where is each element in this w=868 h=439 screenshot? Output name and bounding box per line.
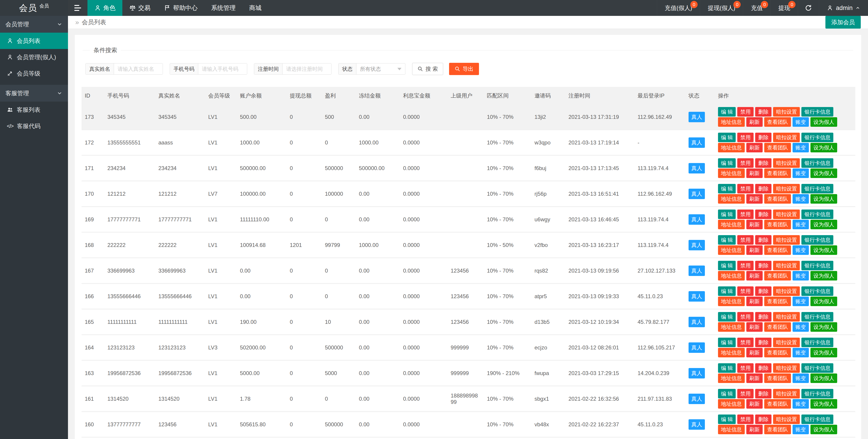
refresh-button[interactable] (798, 0, 819, 16)
action-disable-button[interactable]: 禁用 (737, 261, 753, 270)
action-delete-button[interactable]: 删除 (755, 184, 772, 194)
status-select[interactable]: 所有状态 (356, 63, 405, 75)
action-set-fake-button[interactable]: 设为假人 (810, 374, 837, 383)
action-view-team-button[interactable]: 查看团队 (764, 399, 791, 409)
withdraw-fake-link[interactable]: 提现(假人) 0 (700, 0, 743, 16)
regtime-input[interactable] (282, 63, 331, 75)
action-bank-card-button[interactable]: 银行卡信息 (801, 312, 833, 322)
action-delete-button[interactable]: 删除 (755, 286, 772, 296)
action-hidden-deduct-button[interactable]: 暗扣设置 (773, 158, 800, 168)
action-delete-button[interactable]: 删除 (755, 235, 772, 245)
action-bank-card-button[interactable]: 银行卡信息 (801, 184, 833, 194)
action-set-fake-button[interactable]: 设为假人 (810, 169, 837, 178)
action-set-fake-button[interactable]: 设为假人 (810, 297, 837, 306)
action-set-fake-button[interactable]: 设为假人 (810, 117, 837, 127)
action-balance-change-button[interactable]: 账变 (793, 143, 809, 152)
nav-tab-mall[interactable]: 商城 (242, 0, 268, 16)
action-set-fake-button[interactable]: 设为假人 (810, 220, 837, 229)
action-delete-button[interactable]: 删除 (755, 312, 772, 322)
action-balance-change-button[interactable]: 账变 (793, 117, 809, 127)
recharge-link[interactable]: 充值 0 (743, 0, 770, 16)
action-disable-button[interactable]: 禁用 (737, 363, 753, 373)
action-set-fake-button[interactable]: 设为假人 (810, 399, 837, 409)
action-address-button[interactable]: 地址信息 (718, 117, 745, 127)
action-set-fake-button[interactable]: 设为假人 (810, 271, 837, 281)
action-edit-button[interactable]: 编 辑 (718, 338, 736, 347)
withdraw-link[interactable]: 提现 0 (770, 0, 798, 16)
export-button[interactable]: 导出 (449, 63, 479, 75)
action-hidden-deduct-button[interactable]: 暗扣设置 (773, 414, 800, 424)
action-view-team-button[interactable]: 查看团队 (764, 425, 791, 434)
action-view-team-button[interactable]: 查看团队 (764, 245, 791, 255)
action-balance-change-button[interactable]: 账变 (793, 194, 809, 204)
action-disable-button[interactable]: 禁用 (737, 414, 753, 424)
nav-tab-role[interactable]: 角色 (88, 0, 122, 16)
action-refresh-button[interactable]: 刷新 (746, 271, 763, 281)
action-disable-button[interactable]: 禁用 (737, 184, 753, 194)
action-delete-button[interactable]: 删除 (755, 414, 772, 424)
action-bank-card-button[interactable]: 银行卡信息 (801, 158, 833, 168)
nav-tab-trade[interactable]: 交易 (122, 0, 157, 16)
action-hidden-deduct-button[interactable]: 暗扣设置 (773, 235, 800, 245)
action-delete-button[interactable]: 删除 (755, 107, 772, 117)
action-disable-button[interactable]: 禁用 (737, 286, 753, 296)
action-address-button[interactable]: 地址信息 (718, 348, 745, 357)
action-view-team-button[interactable]: 查看团队 (764, 194, 791, 204)
action-address-button[interactable]: 地址信息 (718, 297, 745, 306)
action-edit-button[interactable]: 编 辑 (718, 312, 736, 322)
action-bank-card-button[interactable]: 银行卡信息 (801, 363, 833, 373)
real-name-input[interactable] (114, 63, 163, 75)
action-refresh-button[interactable]: 刷新 (746, 348, 763, 357)
action-address-button[interactable]: 地址信息 (718, 143, 745, 152)
action-bank-card-button[interactable]: 银行卡信息 (801, 389, 833, 399)
action-view-team-button[interactable]: 查看团队 (764, 374, 791, 383)
action-disable-button[interactable]: 禁用 (737, 209, 753, 219)
action-delete-button[interactable]: 删除 (755, 363, 772, 373)
sidebar-item-member-level[interactable]: 会员等级 (0, 65, 68, 82)
recharge-fake-link[interactable]: 充值(假人) 0 (657, 0, 700, 16)
action-bank-card-button[interactable]: 银行卡信息 (801, 133, 833, 142)
action-hidden-deduct-button[interactable]: 暗扣设置 (773, 338, 800, 347)
action-disable-button[interactable]: 禁用 (737, 107, 753, 117)
sidebar-item-member-manage-fake[interactable]: 会员管理(假人) (0, 49, 68, 65)
action-hidden-deduct-button[interactable]: 暗扣设置 (773, 209, 800, 219)
action-set-fake-button[interactable]: 设为假人 (810, 143, 837, 152)
action-edit-button[interactable]: 编 辑 (718, 107, 736, 117)
action-hidden-deduct-button[interactable]: 暗扣设置 (773, 286, 800, 296)
action-address-button[interactable]: 地址信息 (718, 220, 745, 229)
action-edit-button[interactable]: 编 辑 (718, 133, 736, 142)
search-button[interactable]: 搜 索 (412, 63, 443, 75)
action-address-button[interactable]: 地址信息 (718, 374, 745, 383)
action-refresh-button[interactable]: 刷新 (746, 425, 763, 434)
sidebar-item-service-list[interactable]: 客服列表 (0, 101, 68, 118)
action-view-team-button[interactable]: 查看团队 (764, 220, 791, 229)
action-view-team-button[interactable]: 查看团队 (764, 143, 791, 152)
nav-tab-system[interactable]: 系统管理 (205, 0, 242, 16)
action-disable-button[interactable]: 禁用 (737, 158, 753, 168)
action-disable-button[interactable]: 禁用 (737, 235, 753, 245)
action-hidden-deduct-button[interactable]: 暗扣设置 (773, 133, 800, 142)
action-bank-card-button[interactable]: 银行卡信息 (801, 107, 833, 117)
action-refresh-button[interactable]: 刷新 (746, 143, 763, 152)
action-set-fake-button[interactable]: 设为假人 (810, 322, 837, 332)
action-set-fake-button[interactable]: 设为假人 (810, 194, 837, 204)
action-view-team-button[interactable]: 查看团队 (764, 348, 791, 357)
action-delete-button[interactable]: 删除 (755, 158, 772, 168)
action-refresh-button[interactable]: 刷新 (746, 117, 763, 127)
action-bank-card-button[interactable]: 银行卡信息 (801, 338, 833, 347)
action-address-button[interactable]: 地址信息 (718, 322, 745, 332)
action-edit-button[interactable]: 编 辑 (718, 414, 736, 424)
action-view-team-button[interactable]: 查看团队 (764, 322, 791, 332)
action-hidden-deduct-button[interactable]: 暗扣设置 (773, 184, 800, 194)
sidebar-item-service-code[interactable]: </> 客服代码 (0, 118, 68, 134)
action-balance-change-button[interactable]: 账变 (793, 348, 809, 357)
action-edit-button[interactable]: 编 辑 (718, 158, 736, 168)
action-balance-change-button[interactable]: 账变 (793, 220, 809, 229)
action-hidden-deduct-button[interactable]: 暗扣设置 (773, 389, 800, 399)
action-delete-button[interactable]: 删除 (755, 261, 772, 270)
action-set-fake-button[interactable]: 设为假人 (810, 245, 837, 255)
action-set-fake-button[interactable]: 设为假人 (810, 348, 837, 357)
action-refresh-button[interactable]: 刷新 (746, 245, 763, 255)
action-view-team-button[interactable]: 查看团队 (764, 117, 791, 127)
nav-tab-help-center[interactable]: 帮助中心 (157, 0, 205, 16)
